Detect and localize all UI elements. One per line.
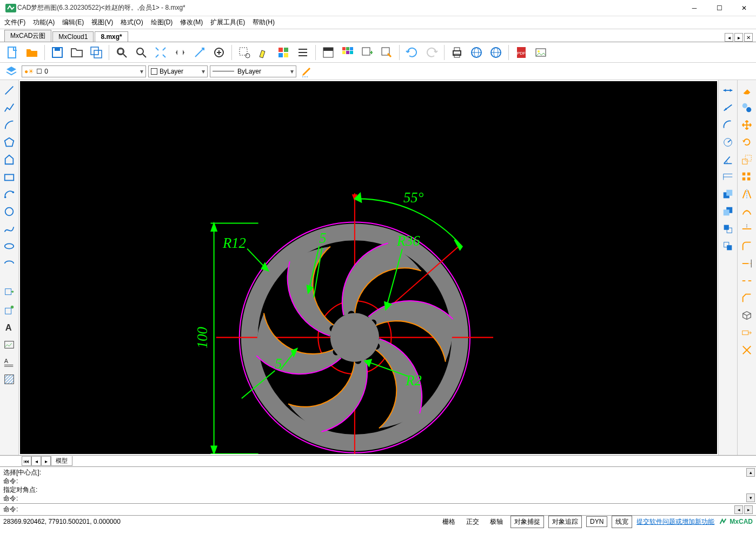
polyline-icon[interactable] [1, 100, 17, 116]
menu-format[interactable]: 格式(O) [121, 18, 143, 27]
minimize-button[interactable]: ─ [687, 3, 702, 14]
send-below-icon[interactable] [720, 238, 736, 254]
maximize-button[interactable]: ☐ [712, 3, 727, 14]
layer-properties-icon[interactable] [3, 64, 19, 79]
copy-icon[interactable] [739, 100, 755, 116]
mirror-icon[interactable] [739, 186, 755, 202]
zoom-extents-icon[interactable] [151, 43, 170, 62]
web2-icon[interactable] [487, 43, 505, 62]
osnap-toggle[interactable]: 对象捕捉 [510, 516, 544, 528]
offset-icon[interactable] [739, 203, 755, 220]
erase-icon[interactable] [739, 82, 755, 98]
trim-icon[interactable] [739, 221, 755, 237]
pentagon-icon[interactable] [1, 152, 17, 168]
ellipse-arc-icon[interactable] [1, 255, 17, 272]
menu-draw[interactable]: 绘图(D) [151, 18, 173, 27]
menu-modify[interactable]: 修改(M) [180, 18, 203, 27]
block-insert-icon[interactable] [358, 43, 376, 62]
dim-aligned-icon[interactable] [720, 100, 736, 116]
scale-icon[interactable] [739, 152, 755, 168]
chamfer-icon[interactable] [739, 290, 755, 306]
polygon-icon[interactable] [1, 134, 17, 150]
block-icon[interactable] [1, 285, 17, 301]
stretch-icon[interactable] [739, 325, 755, 341]
image-insert-icon[interactable] [1, 337, 17, 353]
lwt-toggle[interactable]: 线宽 [612, 516, 632, 528]
select-window-icon[interactable] [235, 43, 254, 62]
line-icon[interactable] [1, 82, 17, 98]
ortho-toggle[interactable]: 正交 [463, 516, 482, 528]
tab-mxcloud1[interactable]: MxCloud1 [52, 31, 94, 42]
scroll-down[interactable]: ▾ [746, 493, 755, 502]
layer-manager-icon[interactable] [319, 43, 337, 62]
btab-next[interactable]: ▸ [41, 456, 51, 466]
array-icon[interactable] [739, 169, 755, 185]
arc-icon[interactable] [1, 117, 17, 133]
rectangle-icon[interactable] [1, 169, 17, 185]
scroll-up[interactable]: ▴ [746, 468, 755, 477]
tab-8mxg[interactable]: 8.mxg* [95, 31, 128, 42]
menu-help[interactable]: 帮助(H) [253, 18, 275, 27]
menu-view[interactable]: 视图(V) [91, 18, 113, 27]
btab-prev[interactable]: ◂ [31, 456, 41, 466]
close-button[interactable]: ✕ [737, 3, 752, 14]
dim-baseline-icon[interactable] [720, 169, 736, 185]
color-palette-icon[interactable] [339, 43, 357, 62]
dyn-toggle[interactable]: DYN [586, 516, 607, 527]
save-icon[interactable] [48, 43, 67, 62]
circle-icon[interactable] [1, 203, 17, 220]
break-icon[interactable] [739, 273, 755, 289]
list-icon[interactable] [294, 43, 312, 62]
insert-block-icon[interactable] [1, 302, 17, 318]
move-back-icon[interactable] [720, 203, 736, 220]
tab-next[interactable]: ▸ [734, 33, 743, 42]
tab-prev[interactable]: ◂ [725, 33, 733, 42]
layer-combo[interactable]: ●☀☐ 0 [22, 65, 146, 77]
mtext-icon[interactable]: A [1, 354, 17, 370]
move-front-icon[interactable] [720, 186, 736, 202]
dim-linear-icon[interactable] [720, 82, 736, 98]
hscroll-right[interactable]: ▸ [744, 505, 753, 514]
redo-icon[interactable] [422, 43, 441, 62]
spline-icon[interactable] [1, 221, 17, 237]
menu-file[interactable]: 文件(F) [4, 18, 25, 27]
pan-icon[interactable] [171, 43, 189, 62]
grid-toggle[interactable]: 栅格 [439, 516, 459, 528]
rotate-icon[interactable] [739, 134, 755, 150]
move-icon[interactable] [739, 117, 755, 133]
pdf-icon[interactable]: PDF [512, 43, 530, 62]
dim-arc-icon[interactable] [720, 117, 736, 133]
text-icon[interactable]: A [1, 319, 17, 335]
undo-icon[interactable] [403, 43, 421, 62]
menu-extend[interactable]: 扩展工具(E) [210, 18, 245, 27]
extend-icon[interactable] [739, 255, 755, 272]
new-icon[interactable] [3, 43, 22, 62]
print-icon[interactable] [448, 43, 466, 62]
properties-icon[interactable] [274, 43, 293, 62]
highlight-icon[interactable] [255, 43, 273, 62]
menu-edit[interactable]: 编辑(E) [62, 18, 84, 27]
menu-function[interactable]: 功能(A) [33, 18, 55, 27]
box3d-icon[interactable] [739, 307, 755, 324]
tab-mxcad-cloud[interactable]: MxCAD云图 [4, 30, 51, 42]
polar-toggle[interactable]: 极轴 [487, 516, 506, 528]
ellipse-icon[interactable] [1, 238, 17, 254]
tab-close[interactable]: ✕ [744, 33, 753, 42]
btab-first[interactable]: ⏮ [22, 456, 31, 466]
fillet-icon[interactable] [739, 238, 755, 254]
model-tab[interactable]: 模型 [51, 456, 72, 466]
hscroll-left[interactable]: ◂ [734, 505, 743, 514]
image-icon[interactable] [532, 43, 550, 62]
hatch-icon[interactable] [1, 371, 17, 387]
folder-icon[interactable] [68, 43, 86, 62]
color-combo[interactable]: ByLayer [148, 65, 208, 77]
bring-above-icon[interactable] [720, 221, 736, 237]
zoom-previous-icon[interactable] [190, 43, 209, 62]
saveas-icon[interactable] [87, 43, 105, 62]
edit-pencil-icon[interactable] [299, 64, 315, 79]
explode-icon[interactable] [739, 342, 755, 358]
block-edit-icon[interactable] [377, 43, 396, 62]
web-icon[interactable] [467, 43, 486, 62]
zoom-window-icon[interactable] [112, 43, 131, 62]
zoom-scale-icon[interactable] [210, 43, 228, 62]
